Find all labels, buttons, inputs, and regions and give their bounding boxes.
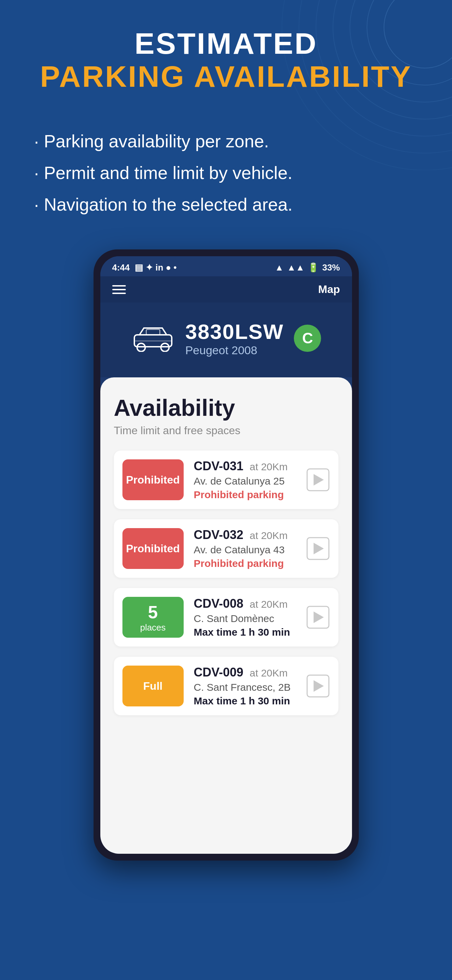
parking-status-text: Prohibited parking (194, 558, 296, 569)
battery-percent: 33% (322, 262, 340, 273)
status-badge-full: Full (122, 666, 184, 706)
status-bar: 4:44 ▤ ✦ in ● • ▲ ▲▲ 🔋 33% (100, 256, 352, 276)
parking-list: Prohibited CDV-031 at 20Km Av. de Catalu… (114, 450, 338, 715)
status-right: ▲ ▲▲ 🔋 33% (275, 262, 340, 273)
status-left: 4:44 ▤ ✦ in ● • (112, 262, 177, 273)
parking-status-text: Prohibited parking (194, 489, 296, 501)
parking-item-3[interactable]: Full CDV-009 at 20Km C. Sant Francesc, 2… (114, 657, 338, 715)
parking-details: CDV-008 at 20Km C. Sant Domènec Max time… (194, 597, 296, 638)
features-section: · Parking availability per zone. · Permi… (0, 107, 452, 250)
parking-address: C. Sant Domènec (194, 613, 296, 624)
header-section: ESTIMATED PARKING AVAILABILITY (0, 0, 452, 107)
parking-code: CDV-032 (194, 528, 244, 542)
availability-card: Availability Time limit and free spaces … (100, 377, 352, 854)
parking-distance: at 20Km (250, 667, 288, 679)
parking-distance: at 20Km (250, 530, 288, 541)
plate-number: 3830LSW (186, 320, 284, 344)
vehicle-section: 3830LSW Peugeot 2008 C (100, 302, 352, 377)
parking-address: Av. de Catalunya 43 (194, 544, 296, 556)
svg-marker-17 (314, 611, 324, 623)
parking-address: C. Sant Francesc, 2B (194, 682, 296, 693)
feature-item-3: · Navigation to the selected area. (34, 191, 418, 219)
svg-marker-13 (314, 474, 324, 485)
parking-details: CDV-009 at 20Km C. Sant Francesc, 2B Max… (194, 665, 296, 707)
app-navbar: Map (100, 276, 352, 302)
status-badge-available: 5 places (122, 597, 184, 638)
nav-arrow-icon-0[interactable] (306, 468, 330, 492)
hamburger-line-2 (112, 289, 126, 290)
parking-status-text: Max time 1 h 30 min (194, 627, 296, 638)
status-time: 4:44 (112, 262, 130, 273)
nav-map-label[interactable]: Map (318, 283, 340, 296)
parking-item-0[interactable]: Prohibited CDV-031 at 20Km Av. de Catalu… (114, 450, 338, 509)
feature-item-1: · Parking availability per zone. (34, 127, 418, 156)
status-badge-prohibited: Prohibited (122, 528, 184, 569)
parking-item-1[interactable]: Prohibited CDV-032 at 20Km Av. de Catalu… (114, 519, 338, 578)
parking-item-2[interactable]: 5 places CDV-008 at 20Km C. Sant Domènec… (114, 588, 338, 646)
availability-title: Availability (114, 395, 338, 421)
hamburger-menu-icon[interactable] (112, 285, 126, 294)
availability-subtitle: Time limit and free spaces (114, 424, 338, 437)
phone-wrapper: 4:44 ▤ ✦ in ● • ▲ ▲▲ 🔋 33% Map (0, 250, 452, 888)
title-estimated: ESTIMATED (21, 27, 431, 60)
parking-code: CDV-009 (194, 665, 244, 679)
parking-status-text: Max time 1 h 30 min (194, 695, 296, 707)
hamburger-line-1 (112, 285, 126, 286)
category-badge: C (294, 325, 321, 352)
phone-outer: 4:44 ▤ ✦ in ● • ▲ ▲▲ 🔋 33% Map (94, 250, 359, 861)
title-parking: PARKING AVAILABILITY (21, 60, 431, 93)
parking-code: CDV-031 (194, 459, 244, 473)
feature-item-2: · Permit and time limit by vehicle. (34, 159, 418, 187)
nav-arrow-icon-2[interactable] (306, 605, 330, 629)
hamburger-line-3 (112, 293, 126, 294)
nav-arrow-icon-3[interactable] (306, 674, 330, 698)
svg-marker-15 (314, 543, 324, 554)
parking-distance: at 20Km (250, 461, 288, 472)
wifi-icon: ▲ (275, 262, 284, 273)
vehicle-model: Peugeot 2008 (186, 344, 284, 357)
parking-code: CDV-008 (194, 597, 244, 611)
car-icon (131, 325, 175, 352)
phone-inner: 4:44 ▤ ✦ in ● • ▲ ▲▲ 🔋 33% Map (100, 256, 352, 854)
signal-icon: ▲▲ (287, 262, 305, 273)
status-badge-prohibited: Prohibited (122, 460, 184, 500)
parking-distance: at 20Km (250, 598, 288, 610)
nav-arrow-icon-1[interactable] (306, 537, 330, 560)
parking-address: Av. de Catalunya 25 (194, 476, 296, 487)
svg-marker-19 (314, 680, 324, 692)
status-icons: ▤ ✦ in ● • (135, 262, 177, 273)
parking-details: CDV-031 at 20Km Av. de Catalunya 25 Proh… (194, 459, 296, 501)
svg-rect-11 (146, 329, 160, 335)
battery-icon: 🔋 (308, 262, 319, 273)
vehicle-info: 3830LSW Peugeot 2008 (186, 320, 284, 357)
parking-details: CDV-032 at 20Km Av. de Catalunya 43 Proh… (194, 528, 296, 569)
